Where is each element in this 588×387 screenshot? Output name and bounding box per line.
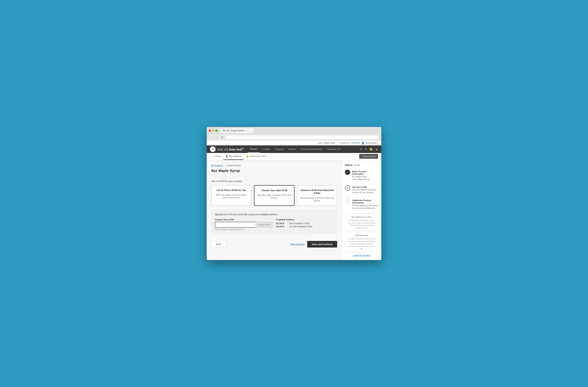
step-connector-2 (347, 196, 348, 199)
bell-icon[interactable]: 🔔 (369, 147, 373, 151)
gtin-input-row: Choose Your GTIN Assign GTIN Enter 14 di… (215, 218, 334, 230)
nav-product[interactable]: Product (248, 145, 260, 153)
address-bar[interactable]: GS1 Data Hub Redesign (225, 135, 378, 139)
gtin-input-field[interactable] (215, 222, 255, 228)
back-nav-button[interactable]: ← (210, 135, 214, 139)
chevron-down-icon: ▾ (377, 142, 378, 144)
step-1-title: Basic Product Information (352, 170, 378, 175)
step-2-indicator: 2 (345, 185, 350, 190)
tab-close-icon[interactable]: × (246, 129, 247, 132)
company-name: Jane's Maple Syrup (318, 142, 335, 144)
close-button[interactable] (209, 129, 211, 132)
user-name: Jane Malone (365, 142, 376, 144)
reload-button[interactable]: ✕ (221, 135, 224, 139)
gtin-input-header: Specify the GTIN you would like using yo… (215, 213, 334, 216)
save-exit-button[interactable]: Save and Exit (290, 243, 305, 245)
step-2-title: Get Your GTIN (352, 186, 378, 188)
back-button[interactable]: Back (211, 241, 226, 247)
browser-chrome: Joe Fritz: Design Director × ← → ✕ GS1 D… (207, 127, 381, 141)
step-3-content: Additional Product Information Provide a… (352, 199, 378, 209)
prefixes-title: Available Prefixes (276, 218, 334, 221)
breadcrumb-current: Create Product (227, 164, 241, 167)
gtin-card-reserved-desc: Manually assign a specific GTIN to this … (300, 197, 334, 202)
gtin-card-auto[interactable]: Let Us Pick a GTIN For You We'll auto-as… (211, 185, 251, 206)
clone-product-link[interactable]: Clone this Product (353, 254, 370, 257)
gs1-logo: GS1US (210, 146, 216, 152)
step-3-indicator: 3 (345, 199, 350, 204)
sidebar: Status: Draft ✓ Basic Product Informatio… (342, 160, 381, 260)
status-value: Draft (355, 163, 360, 166)
cloud-icon[interactable]: ☁ (375, 147, 378, 151)
content-layout: My Products › Create Product 8oz Maple S… (207, 160, 381, 260)
breadcrumb: My Products › Create Product (211, 164, 337, 167)
status-label: Status: (345, 163, 353, 166)
user-icon: 👤 (361, 142, 364, 144)
gtin-input-label: Choose Your GTIN (215, 218, 273, 221)
products-icon: ◧ (226, 155, 228, 157)
gtin-card-reserved[interactable]: Choose a GTIN from Reserved GTINs Manual… (297, 185, 337, 206)
step-1: ✓ Basic Product Information 8oz Maple Sy… (345, 170, 378, 181)
step-3-title: Additional Product Information (352, 199, 378, 204)
nav-company[interactable]: Company (273, 145, 286, 153)
steps: ✓ Basic Product Information 8oz Maple Sy… (345, 170, 378, 210)
step-2-subtitle: Get your Global Trade Item Number for yo… (352, 189, 378, 194)
gtin-hint: Enter 14 digits to complete this GTIN (215, 228, 273, 230)
mail-icon[interactable]: ✉ (365, 147, 367, 151)
page-title: 8oz Maple Syrup (211, 169, 337, 173)
account-label: Account No. 10259433 (339, 142, 359, 144)
home-icon: ⌂ (213, 155, 214, 157)
traffic-lights (209, 129, 218, 132)
browser-toolbar: ← → ✕ GS1 Data Hub Redesign (209, 134, 379, 141)
gtin-card-auto-title: Let Us Pick a GTIN For You (214, 189, 248, 192)
status-row: Status: Draft (345, 163, 378, 166)
forward-nav-button[interactable]: → (215, 135, 219, 139)
nav-location[interactable]: Location (260, 145, 273, 153)
breadcrumb-parent[interactable]: My Products (211, 164, 223, 167)
user-menu[interactable]: 👤 Jane Malone ▾ (361, 142, 378, 144)
gtin-options: Let Us Pick a GTIN For You We'll auto-as… (211, 185, 337, 206)
prefix-code-1: 0014670 (276, 225, 287, 228)
step-2: 2 Get Your GTIN Get your Global Trade It… (345, 185, 378, 194)
assign-gtin-button[interactable]: Assign GTIN (255, 222, 273, 228)
prefix-row-0: 0013670 8/10 Available GTINs (276, 222, 334, 225)
subnav-reserved-gtins[interactable]: 🔒 Reserved GTINs (244, 153, 269, 160)
gtin-input-section: Specify the GTIN you would like using yo… (211, 210, 337, 234)
prefix-available-0: 8/10 Available GTINs (289, 222, 310, 225)
gtin-card-auto-desc: We'll auto-assign the next available GTI… (214, 194, 248, 199)
new-product-button[interactable]: + New Product (359, 154, 378, 159)
browser-tab[interactable]: Joe Fritz: Design Director × (220, 128, 253, 133)
minimize-button[interactable] (212, 129, 214, 132)
gtin-input-left: Choose Your GTIN Assign GTIN Enter 14 di… (215, 218, 273, 230)
set-status-button[interactable]: Set Status to In Use (347, 216, 376, 218)
subnav-home[interactable]: ⌂ Home (210, 153, 223, 160)
get-barcode-action: Get Barcode To make a barcode for this p… (345, 232, 378, 252)
prefix-available-1: 4/1,000 Available GTINs (289, 225, 313, 228)
step-3: 3 Additional Product Information Provide… (345, 199, 378, 209)
app: Jane's Maple Syrup | Account No. 1025943… (207, 141, 381, 260)
set-status-action: Set Status to In Use To change this prod… (345, 214, 378, 231)
nav-icons: ☑ ✉ 🔔 ☁ (360, 147, 378, 151)
checklist-icon[interactable]: ☑ (360, 147, 362, 151)
step-2-content: Get Your GTIN Get your Global Trade Item… (352, 185, 378, 194)
section-label: Get a GTIN for your product (211, 180, 337, 183)
get-barcode-button[interactable]: Get Barcode (347, 234, 376, 237)
step-3-subtitle: Provide additional information for your … (352, 204, 378, 209)
browser-titlebar: Joe Fritz: Design Director × (209, 128, 379, 133)
nav-reports[interactable]: Reports (286, 145, 298, 153)
subnav-my-products[interactable]: ◧ My Products (223, 153, 244, 160)
maximize-button[interactable] (215, 129, 218, 132)
gtin-card-choose[interactable]: Choose Your Own GTIN Manually assign a s… (254, 185, 294, 206)
step-1-indicator: ✓ (345, 170, 350, 175)
save-continue-button[interactable]: Save and Continue (307, 241, 337, 247)
step-1-subtitle: 8oz Maple SyrupJane's Maple Syrup (352, 176, 378, 181)
top-info-bar: Jane's Maple Syrup | Account No. 1025943… (207, 141, 381, 145)
nav-developer-api[interactable]: Developer API (325, 145, 343, 153)
gtin-card-choose-title: Choose Your Own GTIN (257, 189, 291, 192)
sub-nav-links: ⌂ Home ◧ My Products 🔒 Reserved GTINs (210, 153, 269, 160)
step-connector-1 (347, 183, 348, 185)
prefix-code-0: 0013670 (276, 222, 287, 225)
nav-account-admin[interactable]: Account Administration (298, 145, 325, 153)
bottom-actions: Back Save and Exit Save and Continue (211, 238, 337, 247)
prefix-row-1: 0014670 4/1,000 Available GTINs (276, 225, 334, 228)
gtin-prefixes: Available Prefixes 0013670 8/10 Availabl… (276, 218, 334, 228)
